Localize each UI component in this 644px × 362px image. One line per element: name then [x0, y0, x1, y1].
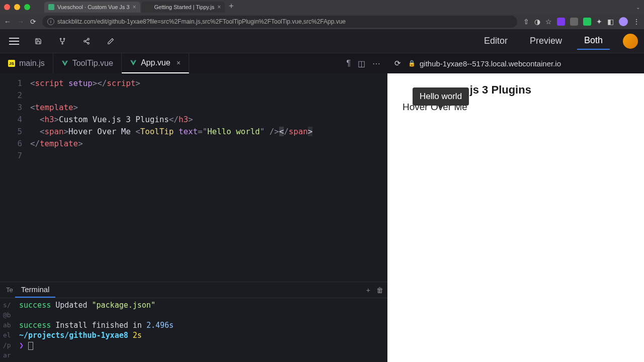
browser-tab-title: Getting Started | Tippy.js	[154, 4, 214, 10]
browser-tabs: Vueschool · Custom Vue Js 3 × Getting St…	[44, 2, 236, 13]
svg-point-5	[88, 42, 90, 44]
new-tab-button[interactable]: +	[226, 2, 236, 13]
terminal-left-overflow: s/ @b ab el /p ar	[0, 298, 15, 362]
edit-button[interactable]	[103, 33, 119, 49]
favicon-tippy	[145, 4, 151, 10]
share-icon[interactable]: ⇧	[523, 18, 529, 26]
view-editor-button[interactable]: Editor	[477, 33, 515, 49]
editor-tabs: JS main.js ToolTip.vue App.vue × ¶ ◫ ⋯	[0, 53, 387, 73]
tab-label: main.js	[19, 59, 45, 68]
preview-toolbar: ⟳ 🔒 github-1yxae8--5173.local.webcontain…	[387, 53, 644, 73]
back-button[interactable]: ←	[4, 18, 11, 26]
favicon-vueschool	[48, 4, 54, 10]
browser-tab-tippy[interactable]: Getting Started | Tippy.js ×	[141, 2, 225, 13]
user-avatar[interactable]	[623, 34, 638, 49]
editor-tab-appvue[interactable]: App.vue ×	[122, 53, 189, 73]
extensions-menu-icon[interactable]: ✦	[596, 18, 602, 26]
close-tab-button[interactable]: ×	[217, 4, 221, 11]
new-terminal-icon[interactable]: +	[366, 286, 370, 294]
site-info-icon[interactable]: i	[47, 18, 54, 25]
editor-panel: JS main.js ToolTip.vue App.vue × ¶ ◫ ⋯ 1…	[0, 53, 387, 362]
svg-point-4	[84, 40, 86, 42]
preview-reload-icon[interactable]: ⟳	[394, 59, 401, 68]
url-text: stackblitz.com/edit/github-1yxae8?file=s…	[57, 18, 346, 25]
url-bar[interactable]: i stackblitz.com/edit/github-1yxae8?file…	[42, 16, 517, 28]
editor-tab-mainjs[interactable]: JS main.js	[0, 53, 53, 73]
code-content: <script setup></script> <template> <h3>C…	[30, 73, 387, 282]
preview-content[interactable]: Hello world Custom Vue.js 3 Plugins Hove…	[387, 73, 644, 362]
preview-panel: ⟳ 🔒 github-1yxae8--5173.local.webcontain…	[387, 53, 644, 362]
extension-green[interactable]	[583, 18, 591, 26]
terminal-tabs: Te Terminal + 🗑	[0, 282, 387, 298]
view-both-button[interactable]: Both	[577, 32, 610, 50]
preview-url-text: github-1yxae8--5173.local.webcontainer.i…	[420, 59, 561, 68]
format-icon[interactable]: ¶	[346, 59, 351, 68]
more-actions-icon[interactable]: ⋯	[372, 59, 380, 68]
close-tab-button[interactable]: ×	[132, 4, 136, 11]
file-vue-icon	[130, 59, 137, 66]
close-window-button[interactable]	[4, 4, 10, 10]
svg-point-0	[60, 38, 61, 39]
fork-button[interactable]	[54, 33, 70, 49]
terminal-tab[interactable]: Terminal	[15, 282, 56, 298]
file-vue-icon	[61, 60, 68, 67]
file-js-icon: JS	[8, 60, 15, 67]
browser-toolbar: ← → ⟳ i stackblitz.com/edit/github-1yxae…	[0, 14, 644, 29]
extension-gray[interactable]	[570, 18, 578, 26]
extension-icon[interactable]: ◑	[534, 18, 540, 26]
delete-terminal-icon[interactable]: 🗑	[376, 286, 383, 294]
terminal-output: success Updated "package.json" success I…	[15, 298, 387, 362]
editor-tab-tooltip[interactable]: ToolTip.vue	[53, 53, 122, 73]
star-icon[interactable]: ☆	[545, 18, 552, 26]
tabs-overflow-icon[interactable]: ⌄	[636, 5, 640, 10]
terminal-tab-truncated[interactable]: Te	[4, 286, 15, 294]
hamburger-menu[interactable]	[6, 33, 22, 49]
extension-purple[interactable]	[557, 18, 565, 26]
terminal-panel: Te Terminal + 🗑 s/ @b ab el /p ar succes…	[0, 282, 387, 362]
close-tab-icon[interactable]: ×	[177, 59, 181, 67]
svg-point-3	[88, 38, 90, 40]
extensions: ⇧ ◑ ☆ ✦ ◧ ⋮	[523, 17, 640, 26]
kebab-menu-icon[interactable]: ⋮	[633, 18, 640, 26]
main-split: JS main.js ToolTip.vue App.vue × ¶ ◫ ⋯ 1…	[0, 53, 644, 362]
forward-button[interactable]: →	[17, 18, 24, 26]
view-preview-button[interactable]: Preview	[523, 33, 569, 49]
svg-line-6	[86, 39, 88, 40]
svg-point-1	[63, 38, 64, 39]
traffic-lights	[4, 4, 30, 10]
stackblitz-header: Editor Preview Both	[0, 29, 644, 53]
share-button[interactable]	[78, 33, 95, 49]
browser-tab-vueschool[interactable]: Vueschool · Custom Vue Js 3 ×	[44, 2, 140, 13]
tab-label: ToolTip.vue	[72, 59, 113, 68]
window-chrome: Vueschool · Custom Vue Js 3 × Getting St…	[0, 0, 644, 14]
save-button[interactable]	[30, 33, 46, 49]
reload-button[interactable]: ⟳	[30, 18, 36, 26]
lock-icon: 🔒	[408, 60, 416, 67]
preview-heading: Custom Vue.js 3 Plugins	[403, 83, 629, 97]
split-editor-icon[interactable]: ◫	[358, 59, 365, 68]
svg-line-7	[86, 41, 88, 42]
minimize-window-button[interactable]	[14, 4, 20, 10]
line-gutter: 1234567	[0, 73, 30, 282]
svg-point-2	[62, 43, 63, 44]
profile-avatar[interactable]	[619, 17, 628, 26]
tab-label: App.vue	[141, 58, 171, 67]
sidepanel-icon[interactable]: ◧	[607, 18, 614, 26]
maximize-window-button[interactable]	[24, 4, 30, 10]
editor-actions: ¶ ◫ ⋯	[339, 53, 387, 73]
terminal-cursor	[28, 342, 33, 350]
code-editor[interactable]: 1234567 <script setup></script> <templat…	[0, 73, 387, 282]
terminal-body[interactable]: s/ @b ab el /p ar success Updated "packa…	[0, 298, 387, 362]
preview-url-bar[interactable]: 🔒 github-1yxae8--5173.local.webcontainer…	[408, 59, 561, 68]
browser-tab-title: Vueschool · Custom Vue Js 3	[57, 4, 129, 10]
